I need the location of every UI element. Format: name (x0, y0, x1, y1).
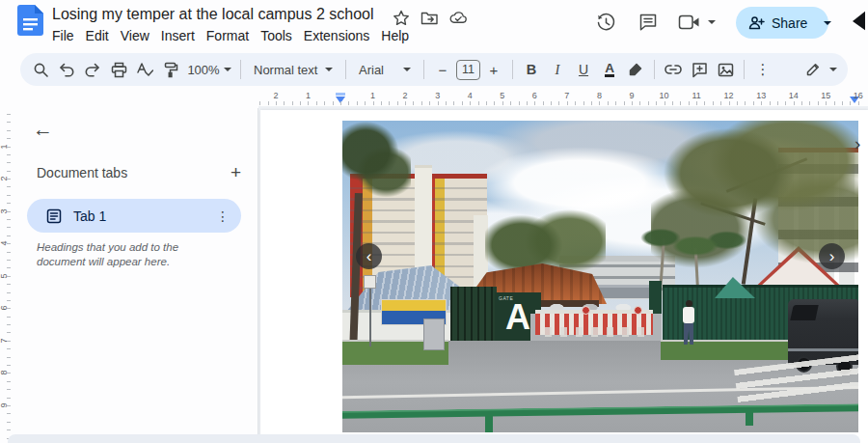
menu-item-tools[interactable]: Tools (255, 26, 298, 45)
bold-button[interactable]: B (519, 57, 544, 82)
ruler-number: 1 (370, 91, 375, 100)
ruler-tick (284, 101, 285, 105)
ruler-tick (7, 429, 11, 430)
italic-button[interactable]: I (545, 57, 570, 82)
ruler-tick (624, 101, 625, 105)
tab-options-kebab-icon[interactable]: ⋮ (216, 208, 230, 224)
ruler-tick (333, 101, 334, 105)
photo-carousel-prev-icon: ‹ (356, 243, 382, 269)
ruler-tick (656, 101, 657, 105)
ruler-tick (777, 101, 778, 105)
comments-icon[interactable] (637, 11, 660, 34)
ruler-tick (7, 211, 11, 212)
ruler-tick (381, 101, 382, 105)
ruler-tick (7, 292, 11, 293)
ruler-number: 3 (435, 91, 440, 100)
share-dropdown-caret-icon[interactable] (816, 21, 839, 25)
editing-mode-caret-icon[interactable] (827, 57, 840, 82)
ruler-tick (7, 332, 11, 333)
ruler-tick (608, 101, 609, 105)
meet-dropdown-caret-icon[interactable] (705, 11, 719, 34)
add-tab-button[interactable]: + (231, 164, 241, 181)
toolbar-separator (512, 60, 513, 79)
font-select[interactable]: Arial (352, 57, 418, 82)
ruler-tick (397, 101, 398, 105)
highlight-color-icon[interactable] (623, 57, 648, 82)
ruler-tick (818, 101, 819, 105)
more-toolbar-options[interactable]: ⋮ (750, 57, 775, 82)
photo-grass-verge-right (661, 340, 796, 360)
ruler-number: 7 (564, 91, 569, 100)
ruler-tick (308, 101, 309, 105)
toolbar-separator (654, 60, 655, 79)
meet-video-icon[interactable] (678, 11, 701, 34)
ruler-tick (558, 101, 559, 105)
ruler-tick (639, 101, 640, 105)
ruler-tick (7, 154, 11, 155)
menu-item-format[interactable]: Format (201, 26, 255, 45)
move-folder-icon[interactable] (420, 9, 439, 27)
cloud-saved-icon[interactable] (449, 9, 468, 27)
ruler-tick (534, 101, 535, 105)
font-size-input[interactable]: 11 (456, 60, 480, 80)
text-color-button[interactable]: A (597, 57, 622, 82)
zoom-select[interactable]: 100% (184, 57, 234, 82)
bottom-rounded-band (8, 434, 860, 443)
paragraph-style-select[interactable]: Normal text (247, 57, 339, 82)
ruler-tick (7, 227, 11, 228)
ruler-tick (7, 348, 11, 349)
ruler-tick (7, 243, 11, 244)
search-menus-icon[interactable] (28, 57, 53, 82)
docs-logo-icon[interactable] (17, 5, 43, 36)
ruler-tick (324, 101, 325, 105)
toolbar: 100% Normal text Arial − 11 + B I U A (20, 53, 848, 86)
font-value: Arial (359, 63, 384, 77)
sidebar-tab-1[interactable]: Tab 1 ⋮ (27, 199, 241, 233)
underline-button[interactable]: U (571, 57, 596, 82)
star-icon[interactable] (392, 9, 410, 27)
ruler-tick (7, 252, 11, 253)
ruler-tick (365, 101, 366, 105)
share-button[interactable]: Share (736, 7, 828, 39)
version-history-icon[interactable] (594, 11, 617, 34)
decrease-font-size-button[interactable]: − (430, 57, 455, 82)
insert-image-icon[interactable] (713, 57, 738, 82)
close-sidebar-back-arrow[interactable]: ← (33, 118, 53, 141)
document-title[interactable]: Losing my temper at the local campus 2 s… (52, 6, 374, 23)
undo-icon[interactable] (54, 57, 79, 82)
first-line-indent-marker[interactable] (336, 93, 345, 96)
menu-item-help[interactable]: Help (375, 26, 415, 45)
menu-item-file[interactable]: File (46, 26, 80, 45)
ruler-tick (478, 101, 479, 105)
ruler-number: 8 (597, 91, 602, 100)
redo-icon[interactable] (80, 57, 105, 82)
ruler-tick (753, 101, 754, 105)
menu-item-extensions[interactable]: Extensions (298, 26, 375, 45)
ruler-tick (648, 101, 649, 105)
embedded-photo-school-gate[interactable]: GATE A (342, 121, 858, 432)
ruler-number: 10 (659, 91, 668, 100)
ruler-tick (510, 101, 511, 105)
horizontal-ruler: 2112345678910111213141516 (258, 89, 868, 106)
spellcheck-icon[interactable] (132, 57, 157, 82)
ruler-tick (462, 101, 463, 105)
paint-format-icon[interactable] (158, 57, 183, 82)
insert-link-icon[interactable] (661, 57, 686, 82)
increase-font-size-button[interactable]: + (481, 57, 506, 82)
menu-item-insert[interactable]: Insert (155, 26, 201, 45)
menu-item-view[interactable]: View (115, 26, 155, 45)
ruler-tick (7, 122, 11, 123)
ruler-tick (720, 101, 721, 105)
print-icon[interactable] (106, 57, 131, 82)
document-page[interactable]: GATE A (260, 110, 868, 443)
ruler-tick (7, 114, 11, 115)
ruler-tick (745, 101, 746, 105)
ruler-tick (7, 365, 11, 366)
ruler-tick (689, 101, 690, 105)
editing-mode-pencil-icon[interactable] (800, 57, 826, 82)
menu-item-edit[interactable]: Edit (80, 26, 115, 45)
ruler-tick (421, 101, 422, 105)
add-comment-icon[interactable] (687, 57, 712, 82)
ruler-tick (7, 317, 11, 318)
ruler-tick (858, 101, 859, 105)
